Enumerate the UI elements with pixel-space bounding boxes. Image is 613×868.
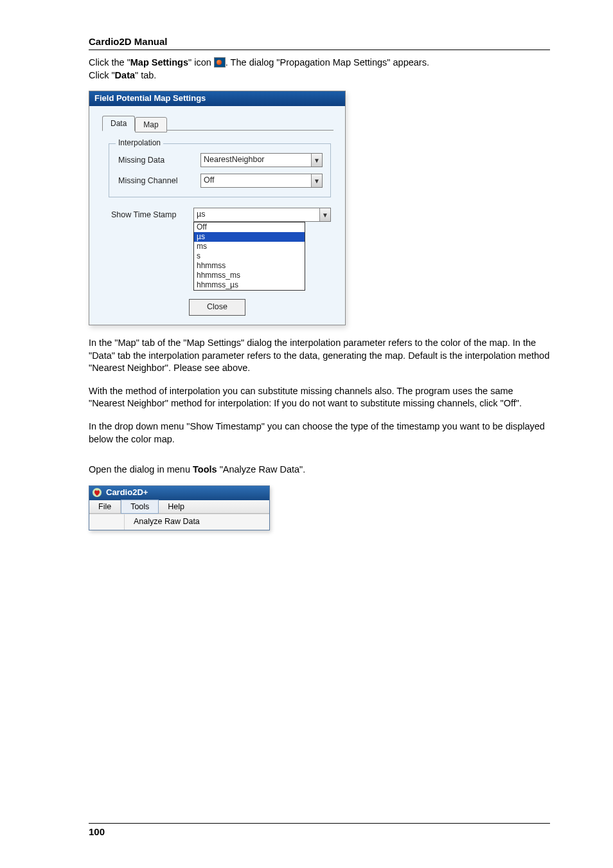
- timestamp-option[interactable]: hhmmss: [194, 261, 305, 271]
- show-timestamp-value: µs: [194, 208, 319, 221]
- interpolation-fieldset: Interpolation Missing Data NearestNeighb…: [109, 143, 331, 197]
- menu-help[interactable]: Help: [159, 500, 193, 513]
- paragraph-2: With the method of interpolation you can…: [89, 385, 550, 410]
- missing-channel-label: Missing Channel: [118, 176, 200, 185]
- dialog-tabs: Data Map: [102, 115, 333, 131]
- map-settings-dialog: Field Potential Map Settings Data Map In…: [89, 91, 346, 325]
- paragraph-1: In the "Map" tab of the "Map Settings" d…: [89, 337, 550, 375]
- page-number: 100: [89, 823, 550, 837]
- paragraph-3: In the drop down menu "Show Timestamp" y…: [89, 420, 550, 446]
- tab-data[interactable]: Data: [102, 116, 135, 131]
- p4a: Open the dialog in menu: [89, 464, 193, 475]
- map-settings-icon: [214, 57, 226, 68]
- intro-text: Click the "Map Settings" icon . The dial…: [89, 57, 550, 82]
- timestamp-option[interactable]: s: [194, 251, 305, 261]
- paragraph-4: Open the dialog in menu Tools "Analyze R…: [89, 464, 550, 476]
- menu-tools[interactable]: Tools: [121, 500, 159, 514]
- menu-spacer: [89, 514, 125, 530]
- intro-2a: Click ": [89, 70, 115, 80]
- menu-file[interactable]: File: [89, 500, 121, 513]
- menu-item-analyze-raw-data[interactable]: Analyze Raw Data: [125, 514, 269, 530]
- intro-1a: Click the ": [89, 57, 130, 68]
- timestamp-option[interactable]: µs: [194, 232, 305, 242]
- timestamp-options-list[interactable]: Offµsmsshhmmsshhmmss_mshhmmss_µs: [193, 222, 305, 291]
- app-heart-icon: [92, 487, 102, 498]
- chevron-down-icon: ▼: [311, 174, 322, 187]
- fieldset-legend: Interpolation: [116, 138, 163, 147]
- missing-data-label: Missing Data: [118, 156, 200, 165]
- dialog-title: Field Potential Map Settings: [89, 91, 345, 106]
- missing-channel-value: Off: [201, 174, 311, 187]
- missing-channel-select[interactable]: Off ▼: [200, 174, 323, 188]
- intro-1d: . The dialog "Propagation Map Settings" …: [226, 57, 429, 68]
- intro-1c: " icon: [188, 57, 214, 68]
- intro-2c: " tab.: [135, 70, 156, 80]
- intro-2b: Data: [115, 70, 135, 80]
- cardio2d-window: Cardio2D+ File Tools Help Analyze Raw Da…: [89, 485, 270, 530]
- appwin-titlebar: Cardio2D+: [89, 486, 269, 500]
- appwin-title: Cardio2D+: [106, 487, 148, 497]
- timestamp-option[interactable]: hhmmss_µs: [194, 280, 305, 290]
- chevron-down-icon: ▼: [319, 208, 330, 221]
- close-button[interactable]: Close: [189, 299, 245, 316]
- timestamp-option[interactable]: Off: [194, 222, 305, 232]
- p4c: "Analyze Raw Data".: [217, 464, 306, 475]
- timestamp-option[interactable]: hhmmss_ms: [194, 271, 305, 280]
- missing-data-select[interactable]: NearestNeighbor ▼: [200, 153, 323, 167]
- tools-menu-dropdown: Analyze Raw Data: [89, 514, 269, 530]
- tab-map[interactable]: Map: [135, 117, 166, 132]
- manual-header: Cardio2D Manual: [89, 36, 550, 50]
- show-timestamp-label: Show Time Stamp: [111, 210, 193, 219]
- p4b: Tools: [193, 464, 217, 475]
- missing-data-value: NearestNeighbor: [201, 154, 311, 167]
- menubar: File Tools Help: [89, 500, 269, 514]
- intro-1b: Map Settings: [130, 57, 188, 68]
- timestamp-option[interactable]: ms: [194, 242, 305, 251]
- show-timestamp-select[interactable]: µs ▼: [193, 208, 331, 222]
- chevron-down-icon: ▼: [311, 154, 322, 167]
